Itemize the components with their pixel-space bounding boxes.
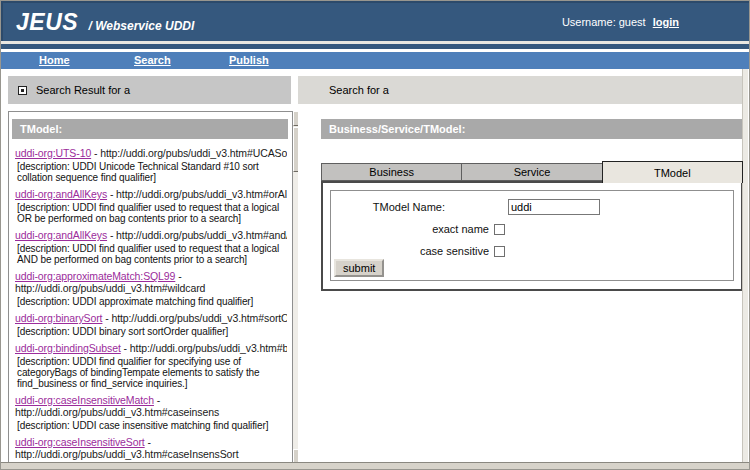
list-item: uddi-org:UTS-10 - http://uddi.org/pubs/u… — [15, 147, 287, 183]
tab-tmodel[interactable]: TModel — [602, 161, 743, 183]
tab-service[interactable]: Service — [461, 163, 602, 181]
result-url: http://uddi.org/pubs/uddi_v3.htm#sortOrd — [111, 312, 287, 324]
link-separator: - — [107, 188, 116, 200]
tmodel-link[interactable]: uddi-org:approximateMatch:SQL99 — [15, 270, 175, 282]
result-url: http://uddi.org/pubs/uddi_v3.htm#orAll — [116, 188, 287, 200]
bottom-strip — [1, 462, 750, 469]
list-item: uddi-org:binarySort - http://uddi.org/pu… — [15, 312, 287, 337]
nav-item-search[interactable]: Search — [134, 53, 171, 68]
search-tabs: Business Service TModel — [321, 163, 743, 181]
nav-item-publish[interactable]: Publish — [229, 53, 269, 68]
result-description: [description: UDDI binary sort sortOrder… — [15, 326, 287, 337]
link-separator: - — [145, 436, 151, 448]
username-text: Username: guest — [562, 16, 646, 28]
case-sensitive-label: case sensitive — [331, 245, 489, 257]
page: JEUS / Webservice UDDI Username: guest l… — [0, 0, 750, 470]
right-panel-header: Search for a — [298, 76, 743, 104]
result-line: uddi-org:andAllKeys - http://uddi.org/pu… — [15, 229, 287, 241]
result-line: uddi-org:approximateMatch:SQL99 - http:/… — [15, 270, 287, 294]
result-url: http://uddi.org/pubs/uddi_v3.htm#bindSub… — [130, 342, 287, 354]
result-url: http://uddi.org/pubs/uddi_v3.htm#caseIns… — [15, 448, 287, 460]
tmodel-section-bar: TModel: — [12, 119, 288, 139]
case-sensitive-row: case sensitive — [331, 244, 733, 258]
result-url: http://uddi.org/pubs/uddi_v3.htm#caseins… — [15, 406, 287, 418]
exact-name-label: exact name — [331, 223, 489, 235]
result-line: uddi-org:bindingSubset - http://uddi.org… — [15, 342, 287, 354]
tmodel-link[interactable]: uddi-org:UTS-10 — [15, 147, 91, 159]
panel-toggle-icon[interactable] — [18, 86, 27, 95]
main-nav: Home Search Publish — [1, 52, 749, 69]
tmodel-link[interactable]: uddi-org:andAllKeys — [15, 229, 107, 241]
results-list: uddi-org:UTS-10 - http://uddi.org/pubs/u… — [9, 147, 292, 464]
right-edge-strip — [742, 69, 748, 464]
nav-item-home[interactable]: Home — [39, 53, 70, 68]
logo-wrap: JEUS / Webservice UDDI — [16, 9, 194, 36]
result-url: http://uddi.org/pubs/uddi_v3.htm#andAll — [116, 229, 287, 241]
tmodel-link[interactable]: uddi-org:caseInsensitiveMatch — [15, 394, 154, 406]
submit-button[interactable]: submit — [334, 259, 384, 277]
case-sensitive-checkbox[interactable] — [494, 246, 505, 257]
result-line: uddi-org:andAllKeys - http://uddi.org/pu… — [15, 188, 287, 200]
list-item: uddi-org:caseInsensitiveSort - http://ud… — [15, 436, 287, 464]
list-item: uddi-org:caseInsensitiveMatch - http://u… — [15, 394, 287, 431]
app-subtitle: / Webservice UDDI — [89, 19, 195, 33]
result-description: [description: UDDI Unicode Technical Sta… — [15, 161, 287, 183]
result-description: [description: UDDI find qualifier for sp… — [15, 356, 287, 389]
search-form-fieldset: TModel Name: exact name case sensitive s… — [330, 190, 734, 281]
exact-name-row: exact name — [331, 222, 733, 236]
result-line: uddi-org:binarySort - http://uddi.org/pu… — [15, 312, 287, 324]
bst-section-bar: Business/Service/TModel: — [321, 119, 743, 139]
result-url: http://uddi.org/pubs/uddi_v3.htm#UCASort — [100, 147, 287, 159]
tmodel-name-input[interactable] — [508, 199, 600, 215]
left-panel-header: Search Result for a — [8, 76, 291, 104]
search-form-panel: Business/Service/TModel: Business Servic… — [298, 111, 743, 464]
result-description: [description: UDDI approximate matching … — [15, 296, 287, 307]
list-item: uddi-org:approximateMatch:SQL99 - http:/… — [15, 270, 287, 307]
tmodel-link[interactable]: uddi-org:caseInsensitiveSort — [15, 436, 145, 448]
header-area: JEUS / Webservice UDDI Username: guest l… — [1, 1, 749, 69]
list-item: uddi-org:andAllKeys - http://uddi.org/pu… — [15, 188, 287, 224]
search-results-panel: TModel: uddi-org:UTS-10 - http://uddi.or… — [8, 111, 293, 464]
tmodel-link[interactable]: uddi-org:bindingSubset — [15, 342, 121, 354]
login-link[interactable]: login — [653, 16, 679, 28]
left-panel-title: Search Result for a — [36, 84, 130, 96]
right-panel-title: Search for a — [329, 84, 389, 96]
tmodel-link[interactable]: uddi-org:andAllKeys — [15, 188, 107, 200]
tmodel-link[interactable]: uddi-org:binarySort — [15, 312, 102, 324]
result-url: http://uddi.org/pubs/uddi_v3.htm#wildcar… — [15, 282, 287, 294]
tab-business[interactable]: Business — [321, 163, 462, 181]
link-separator: - — [175, 270, 181, 282]
tmodel-name-row: TModel Name: — [331, 198, 733, 216]
tmodel-name-label: TModel Name: — [331, 201, 445, 213]
link-separator: - — [107, 229, 116, 241]
app-logo: JEUS — [16, 9, 78, 35]
list-item: uddi-org:andAllKeys - http://uddi.org/pu… — [15, 229, 287, 265]
result-description: [description: UDDI case insensitive matc… — [15, 420, 287, 431]
result-description: [description: UDDI find qualifier used t… — [15, 243, 287, 265]
list-item: uddi-org:bindingSubset - http://uddi.org… — [15, 342, 287, 389]
exact-name-checkbox[interactable] — [494, 224, 505, 235]
result-description: [description: UDDI find qualifier used t… — [15, 202, 287, 224]
app-header: JEUS / Webservice UDDI Username: guest l… — [1, 1, 749, 41]
link-separator: - — [154, 394, 160, 406]
result-line: uddi-org:caseInsensitiveMatch - http://u… — [15, 394, 287, 418]
link-separator: - — [91, 147, 100, 159]
link-separator: - — [121, 342, 130, 354]
result-line: uddi-org:UTS-10 - http://uddi.org/pubs/u… — [15, 147, 287, 159]
result-line: uddi-org:caseInsensitiveSort - http://ud… — [15, 436, 287, 460]
search-form-box: TModel Name: exact name case sensitive s… — [321, 181, 743, 291]
user-area: Username: guest login — [562, 16, 679, 28]
